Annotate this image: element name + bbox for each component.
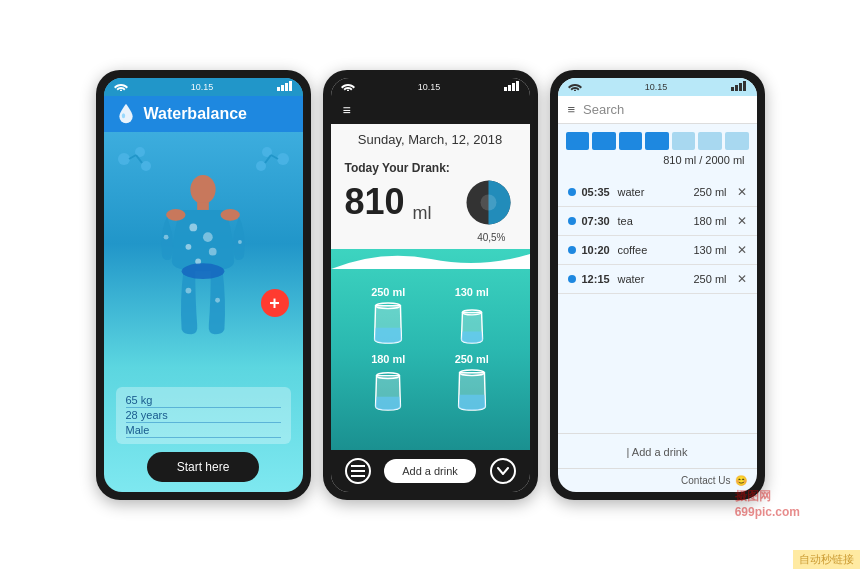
- svg-point-4: [121, 113, 124, 118]
- cup-svg-2: [454, 301, 490, 345]
- phone2-menu-icon[interactable]: ≡: [343, 102, 351, 118]
- prog-bar-7: [725, 132, 749, 150]
- drink-type-2: tea: [618, 215, 681, 227]
- drink-dot-1: [568, 188, 576, 196]
- drink-time-2: 07:30: [582, 215, 612, 227]
- contact-icon: 😊: [735, 475, 747, 486]
- drank-label: Today Your Drank:: [345, 161, 516, 175]
- prog-bar-3: [619, 132, 643, 150]
- list-icon-btn[interactable]: [345, 458, 371, 484]
- svg-rect-2: [285, 83, 288, 91]
- phone2-top-bar: ≡: [331, 96, 530, 124]
- phone2-screen: 10.15 ≡ Sunday, March, 12, 2018 Today Yo…: [331, 78, 530, 492]
- amount-unit: ml: [413, 203, 432, 224]
- water-drop-icon: [116, 104, 136, 124]
- drink-amount-1: 250 ml: [687, 186, 727, 198]
- phone3-screen: 10.15 ≡ Search: [558, 78, 757, 492]
- drink-amount-3: 130 ml: [687, 244, 727, 256]
- svg-rect-39: [351, 465, 365, 467]
- phone3-menu-icon[interactable]: ≡: [568, 102, 576, 117]
- cup-item-2: 130 ml: [434, 286, 510, 345]
- drank-amount-row: 810 ml: [345, 175, 516, 230]
- wave-section: 250 ml 130 ml: [331, 249, 530, 450]
- human-figure: [153, 132, 253, 387]
- prog-bar-2: [592, 132, 616, 150]
- signal-icon: [277, 81, 293, 93]
- svg-point-23: [220, 209, 239, 221]
- phone2-signal-icon: [504, 81, 520, 93]
- phone1-screen: 10.15 Waterbalance: [104, 78, 303, 492]
- svg-point-22: [166, 209, 185, 221]
- svg-rect-32: [516, 81, 519, 91]
- date-label: Sunday, March, 12, 2018: [331, 124, 530, 155]
- cup-item-1: 250 ml: [351, 286, 427, 345]
- svg-point-28: [182, 263, 225, 279]
- phone1-body: +: [104, 132, 303, 387]
- phone1-header: Waterbalance: [104, 96, 303, 132]
- svg-point-17: [189, 224, 197, 232]
- cup-label-4: 250 ml: [455, 353, 489, 365]
- cup-item-4: 250 ml: [434, 353, 510, 412]
- phone3-wifi-icon: [568, 81, 582, 93]
- cup-svg-3: [370, 368, 406, 412]
- phone2-status-bar: 10.15: [331, 78, 530, 96]
- drink-amount-4: 250 ml: [687, 273, 727, 285]
- svg-point-18: [203, 232, 213, 242]
- cup-label-2: 130 ml: [455, 286, 489, 298]
- wave-top-svg: [331, 249, 530, 269]
- svg-rect-30: [508, 85, 511, 91]
- cups-grid: 250 ml 130 ml: [341, 282, 520, 416]
- svg-rect-40: [351, 470, 365, 472]
- svg-point-34: [480, 194, 496, 210]
- phone3-search-bar: ≡ Search: [558, 96, 757, 124]
- progress-bars: [566, 132, 749, 150]
- pie-chart: [461, 175, 516, 230]
- svg-rect-0: [277, 87, 280, 91]
- fab-add-button[interactable]: +: [261, 289, 289, 317]
- amount-value: 810: [345, 181, 405, 223]
- user-gender: Male: [126, 423, 281, 438]
- phone2-bottom-bar: Add a drink: [331, 450, 530, 492]
- search-placeholder-text[interactable]: Search: [583, 102, 624, 117]
- contact-label: Contact Us: [681, 475, 730, 486]
- user-info: 65 kg 28 years Male: [116, 387, 291, 444]
- start-button[interactable]: Start here: [147, 452, 260, 482]
- phone2-add-drink-button[interactable]: Add a drink: [384, 459, 476, 483]
- drink-entry-1: 05:35 water 250 ml ✕: [558, 178, 757, 207]
- drink-dot-4: [568, 275, 576, 283]
- svg-rect-1: [281, 85, 284, 91]
- delete-drink-3[interactable]: ✕: [737, 243, 747, 257]
- delete-drink-4[interactable]: ✕: [737, 272, 747, 286]
- drink-dot-2: [568, 217, 576, 225]
- cup-label-1: 250 ml: [371, 286, 405, 298]
- drink-time-4: 12:15: [582, 273, 612, 285]
- cup-svg-1: [370, 301, 406, 345]
- prog-bar-4: [645, 132, 669, 150]
- molecule-left: [114, 142, 154, 181]
- phone3-time: 10.15: [645, 82, 668, 92]
- svg-point-5: [118, 153, 130, 165]
- svg-rect-46: [735, 85, 738, 91]
- svg-rect-41: [351, 475, 365, 477]
- svg-point-26: [186, 288, 192, 294]
- delete-drink-2[interactable]: ✕: [737, 214, 747, 228]
- svg-rect-3: [289, 81, 292, 91]
- svg-rect-16: [197, 202, 209, 210]
- delete-drink-1[interactable]: ✕: [737, 185, 747, 199]
- svg-point-19: [186, 244, 192, 250]
- drink-entry-2: 07:30 tea 180 ml ✕: [558, 207, 757, 236]
- phone-1: 10.15 Waterbalance: [96, 70, 311, 500]
- percentage-label: 40,5%: [345, 232, 516, 243]
- chevron-down-icon-btn[interactable]: [490, 458, 516, 484]
- main-container: 10.15 Waterbalance: [0, 0, 860, 569]
- molecule-right: [253, 142, 293, 181]
- svg-point-42: [351, 465, 353, 467]
- svg-rect-48: [743, 81, 746, 91]
- svg-point-44: [351, 475, 353, 477]
- add-drink-section: | Add a drink: [558, 433, 757, 468]
- progress-label: 810 ml / 2000 ml: [566, 154, 749, 166]
- user-weight: 65 kg: [126, 393, 281, 408]
- phone2-wifi-icon: [341, 81, 355, 93]
- drink-amount-2: 180 ml: [687, 215, 727, 227]
- phone3-add-drink-link[interactable]: | Add a drink: [627, 446, 688, 458]
